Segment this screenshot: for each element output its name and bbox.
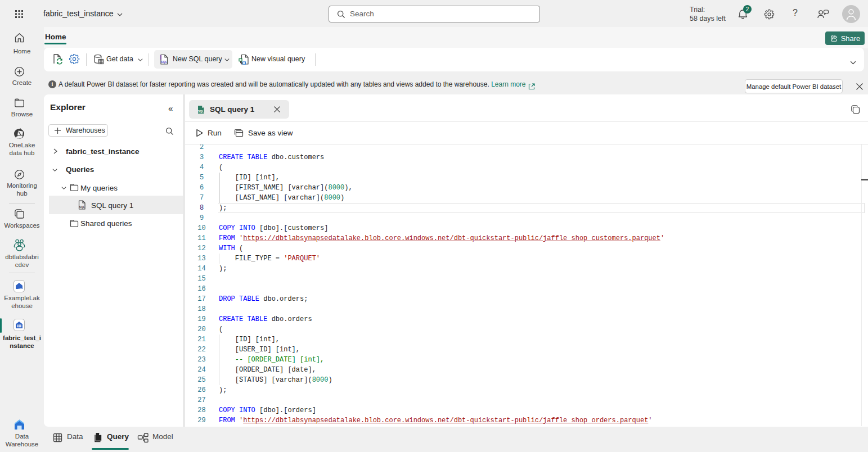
svg-text:SQL: SQL	[161, 60, 168, 64]
svg-text:SQL: SQL	[79, 206, 85, 209]
svg-text:SQL: SQL	[198, 110, 204, 113]
